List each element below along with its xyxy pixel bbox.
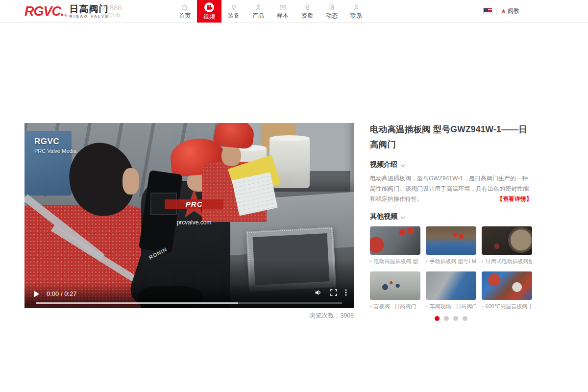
video-card-caption: 车间现场 - 日高阀门 [430,303,476,310]
pagination-dot[interactable] [463,316,467,321]
nav-label: 首页 [179,13,191,19]
video-card[interactable]: •电动高温插板阀 型... [370,226,420,265]
video-details-panel: 电动高温插板阀 型号GWZ941W-1——日高阀门 视频介绍 电动高温插板阀，型… [370,122,532,321]
nav-item-equipment[interactable]: 装备 [221,0,246,23]
star-icon: ★ [501,8,506,15]
us-flag-icon[interactable] [483,8,492,14]
video-card-caption: 盲板阀 - 日高阀门 [374,303,416,310]
volume-icon[interactable] [315,289,322,296]
nav-item-contact[interactable]: 联系 [344,0,368,23]
video-thumbnail [370,271,420,300]
valve-education-label: 阀教 [508,7,519,15]
nav-label: 资质 [301,13,313,19]
main-content: RONIN RGVC PRC Valve Media ★ PRC prcvalv… [0,23,588,392]
nav-item-samples[interactable]: 样本 [270,0,295,23]
pagination-dots [370,316,532,321]
view-details-link[interactable]: 【查看详情】 [497,194,532,204]
video-controls-bar: 0:00 / 0:27 [24,283,354,308]
bullet-icon: • [370,259,372,264]
pagination-dot[interactable] [444,316,449,321]
nav-item-qualifications[interactable]: 资质 [295,0,319,23]
other-videos-grid: •电动高温插板阀 型... •手动插板阀 型号LM... •封闭式电动插板阀型.… [370,226,532,310]
bullet-icon: • [426,259,428,264]
nav-label: 视频 [203,14,215,20]
nav-label: 样本 [277,13,289,19]
site-view-count: 21886 [101,3,122,12]
logo[interactable]: RGVC. ® 日高阀门 RIGAO VALVE [24,3,109,20]
bullet-icon: • [370,304,372,309]
chevron-down-icon[interactable] [400,212,405,221]
qualification-medal-icon [303,3,311,11]
logo-rgvc-text: RGVC. [24,3,64,20]
header-right: | ★ 阀教 [483,7,519,15]
worker-right-hardhat [213,123,255,149]
site-view-label: 浏览次数 [101,12,122,18]
bullet-icon: • [482,259,484,264]
worker-left-face [122,168,139,195]
video-card-caption: 封闭式电动插板阀型... [486,258,532,265]
video-thumbnail [370,226,420,255]
nav-label: 联系 [350,13,362,19]
nav-item-video[interactable]: 视频 [197,0,221,23]
video-player[interactable]: RONIN RGVC PRC Valve Media ★ PRC prcvalv… [24,123,354,308]
nav-label: 产品 [252,13,264,19]
contact-person-icon [352,3,360,11]
prc-star-label: PRC [165,199,223,209]
intro-heading-label: 视频介绍 [370,160,397,169]
video-title: 电动高温插板阀 型号GWZ941W-1——日高阀门 [370,122,532,152]
video-views-label: 浏览次数： [310,312,341,319]
flag-canton [484,8,488,12]
video-section: RONIN RGVC PRC Valve Media ★ PRC prcvalv… [24,123,354,320]
nav-item-products[interactable]: 产品 [246,0,270,23]
nav-label: 装备 [228,13,240,19]
watermark-subtitle: PRC Valve Media [34,148,76,154]
video-card[interactable]: •600℃高温盲板阀-日... [482,271,532,310]
video-thumbnail [482,226,532,255]
nav-label: 动态 [326,13,338,19]
product-nodes-icon [254,3,262,11]
more-options-icon[interactable] [345,289,347,296]
video-card[interactable]: •车间现场 - 日高阀门 [426,271,476,310]
video-view-counter: 浏览次数：3909 [24,312,354,320]
fullscreen-icon[interactable] [330,289,337,296]
site-view-counter: 21886 浏览次数 [101,3,122,18]
video-time-display: 0:00 / 0:27 [47,290,76,297]
nav-item-home[interactable]: 首页 [172,0,197,23]
separator: | [496,8,497,15]
equipment-camera-icon [230,3,238,11]
video-card[interactable]: •手动插板阀 型号LM... [426,226,476,265]
intro-section-heading: 视频介绍 [370,160,532,169]
video-watermark-topleft: RGVC PRC Valve Media [34,137,76,154]
video-card[interactable]: •封闭式电动插板阀型... [482,226,532,265]
video-card-caption: 电动高温插板阀 型... [374,258,420,265]
sample-envelope-icon [279,3,287,11]
home-icon [181,3,189,11]
other-videos-heading: 其他视频 [370,212,532,221]
bullet-icon: • [426,304,428,309]
main-nav: 首页 视频 装备 产品 样本 资质 动态 联系 [172,0,368,23]
video-camera-icon [204,2,214,12]
other-videos-label: 其他视频 [370,212,397,221]
video-views-count: 3909 [340,312,354,319]
pagination-dot[interactable] [435,316,440,321]
worker-right-face [221,146,241,166]
nav-item-news[interactable]: 动态 [319,0,344,23]
news-document-icon [328,3,336,11]
video-card[interactable]: •盲板阀 - 日高阀门 [370,271,420,310]
video-card-caption: 600℃高温盲板阀-日... [486,303,532,310]
watermark-brand: RGVC [34,137,76,147]
video-buffered-bar [36,302,238,304]
bullet-icon: • [482,304,484,309]
video-thumbnail [482,271,532,300]
video-thumbnail [426,226,476,255]
valve-education-link[interactable]: ★ 阀教 [501,7,519,15]
chevron-down-icon[interactable] [400,160,405,169]
play-button[interactable] [34,291,39,297]
video-watermark-center: ★ PRC prcvalve.com [165,185,223,226]
video-thumbnail [426,271,476,300]
registered-mark: ® [65,13,68,18]
pagination-dot[interactable] [453,316,458,321]
video-card-caption: 手动插板阀 型号LM... [430,258,476,265]
intro-paragraph: 电动高温插板阀，型号GWZ941W-1，是日高阀门生产的一种高性能阀门。该阀门设… [370,173,532,204]
video-progress-bar[interactable] [36,302,342,304]
